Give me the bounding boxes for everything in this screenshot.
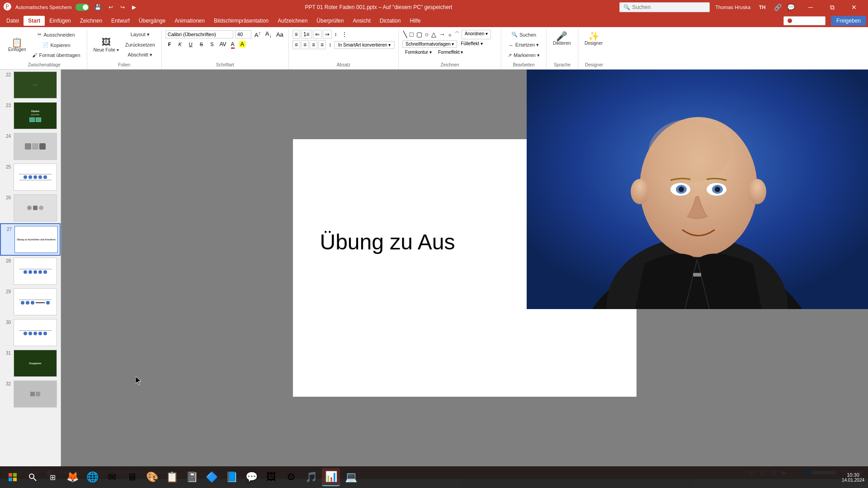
menu-start[interactable]: Start	[24, 16, 45, 26]
taskbar-zoom-button[interactable]: 💻	[342, 468, 360, 486]
char-spacing-button[interactable]: AV	[218, 41, 227, 48]
undo-icon[interactable]: ↩	[107, 3, 115, 11]
text-direction-button[interactable]: ↕	[333, 30, 339, 38]
slide-item-24[interactable]: 24	[0, 131, 61, 162]
menu-dictation[interactable]: Dictation	[375, 16, 406, 26]
text-columns-button[interactable]: ⋮	[340, 30, 349, 38]
shape-oval-icon[interactable]: ○	[424, 30, 429, 39]
indent-button[interactable]: ⇒	[323, 30, 332, 39]
suchen-button[interactable]: 🔍 Suchen	[505, 30, 542, 39]
highlight-button[interactable]: A	[238, 41, 247, 48]
format-painter-button[interactable]: 🖌 Format übertragen	[29, 51, 83, 60]
smartart-button[interactable]: In SmartArt konvertieren ▾	[334, 41, 395, 49]
save-icon[interactable]: 💾	[93, 3, 103, 11]
taskbar-telegram-button[interactable]: 💬	[242, 468, 260, 486]
taskbar-chrome-button[interactable]: 🌐	[83, 468, 101, 486]
slide-item-29[interactable]: 29	[0, 286, 61, 317]
justify-button[interactable]: ≡	[318, 40, 326, 49]
menu-bildschirm[interactable]: Bildschirmpräsentation	[209, 16, 273, 26]
taskbar-teams-button[interactable]: 🔷	[203, 468, 221, 486]
reset-button[interactable]: Zurücksetzen	[123, 40, 158, 49]
slide-item-31[interactable]: 31 Gruppieren	[0, 348, 61, 379]
slide-item-22[interactable]: 22 ▪ ▪ ▪	[0, 70, 61, 100]
taskbar-task-view-button[interactable]: ⊞	[43, 468, 61, 486]
shape-rect-icon[interactable]: □	[409, 30, 414, 39]
new-slide-button[interactable]: 🖼 Neue Folie ▾	[91, 35, 122, 54]
markieren-button[interactable]: ↗ Markieren ▾	[505, 51, 542, 60]
taskbar-firefox-button[interactable]: 🦊	[63, 468, 81, 486]
font-color-button[interactable]: A	[230, 41, 236, 48]
close-button[interactable]: ✕	[844, 0, 864, 14]
shape-arrange-button[interactable]: Anordnen ▾	[462, 30, 491, 39]
increase-font-button[interactable]: A↑	[253, 30, 262, 39]
shape-right-arrow-icon[interactable]: →	[438, 30, 446, 39]
underline-button[interactable]: U	[186, 40, 195, 48]
italic-button[interactable]: K	[176, 40, 184, 48]
menu-aufzeichnen[interactable]: Aufzeichnen	[273, 16, 312, 26]
restore-button[interactable]: ⧉	[822, 0, 843, 14]
taskbar-photos-button[interactable]: 🖼	[262, 468, 280, 486]
line-spacing-button[interactable]: ↕	[327, 41, 333, 49]
numbered-list-button[interactable]: 1≡	[301, 30, 312, 39]
canvas-area[interactable]: Übung zu Aus	[61, 70, 868, 466]
autosave-toggle[interactable]	[75, 4, 89, 11]
slide-item-26[interactable]: 26	[0, 192, 61, 223]
taskbar-clipboard-button[interactable]: 📋	[163, 468, 181, 486]
taskbar-word-button[interactable]: 📘	[222, 468, 241, 486]
font-name-input[interactable]	[165, 30, 233, 38]
shape-more-icon[interactable]: ⬦	[447, 30, 453, 39]
search-box[interactable]: 🔍	[619, 2, 710, 12]
align-right-button[interactable]: ≡	[310, 40, 317, 49]
taskbar-paint-button[interactable]: 🎨	[143, 468, 161, 486]
clear-format-button[interactable]: Aa	[275, 31, 285, 38]
decrease-font-button[interactable]: A↓	[264, 30, 273, 39]
paste-button[interactable]: 📋 Einfügen	[5, 36, 28, 54]
designer-button[interactable]: ✨ Designer	[582, 30, 605, 47]
menu-ueberpruefen[interactable]: Überprüfen	[312, 16, 348, 26]
copy-button[interactable]: 📄 Kopieren	[29, 40, 83, 50]
shape-rounded-rect-icon[interactable]: ▢	[415, 30, 423, 39]
menu-hilfe[interactable]: Hilfe	[405, 16, 425, 26]
shape-triangle-icon[interactable]: △	[430, 30, 437, 39]
slide-item-28[interactable]: 28	[0, 256, 61, 286]
share-icon[interactable]: 🔗	[774, 4, 782, 11]
layout-button[interactable]: Layout ▾	[123, 30, 158, 39]
taskbar-media-button[interactable]: 🎵	[302, 468, 320, 486]
menu-einfuegen[interactable]: Einfügen	[45, 16, 75, 26]
slide-item-25[interactable]: 25	[0, 162, 61, 192]
taskbar-start-button[interactable]	[4, 468, 22, 486]
search-input[interactable]	[632, 4, 700, 10]
slide-item-27[interactable]: 27 Übung zu Ausrichten und Anordnen	[0, 223, 61, 256]
font-size-input[interactable]	[235, 30, 251, 38]
menu-datei[interactable]: Datei	[2, 16, 24, 26]
align-left-button[interactable]: ≡	[292, 40, 300, 49]
slide-item-23[interactable]: 23 Objekte ausrichten	[0, 100, 61, 131]
taskbar-powerpoint-active-button[interactable]: 📊	[322, 468, 340, 486]
outdent-button[interactable]: ⇐	[313, 30, 322, 39]
section-button[interactable]: Abschnitt ▾	[123, 50, 158, 60]
menu-animationen[interactable]: Animationen	[170, 16, 209, 26]
shape-arc-icon[interactable]: ⌒	[453, 30, 461, 39]
slide-panel[interactable]: 22 ▪ ▪ ▪ 23 Objekte ausrichten 24	[0, 70, 61, 466]
fill-color-button[interactable]: Fülleffekt ▾	[458, 40, 485, 48]
cut-button[interactable]: ✂ Ausschneiden	[29, 30, 83, 39]
redo-icon[interactable]: ↪	[118, 3, 127, 11]
menu-entwurf[interactable]: Entwurf	[107, 16, 134, 26]
menu-uebergaenge[interactable]: Übergänge	[134, 16, 170, 26]
present-icon[interactable]: ▶	[130, 3, 138, 11]
minimize-button[interactable]: ─	[800, 0, 821, 14]
shape-effects-button[interactable]: Formeffekt ▾	[435, 49, 466, 56]
menu-ansicht[interactable]: Ansicht	[348, 16, 375, 26]
taskbar-mail-button[interactable]: ✉	[103, 468, 121, 486]
shape-line-icon[interactable]: ╲	[402, 30, 408, 39]
freigeben-button[interactable]: Freigeben	[831, 16, 866, 26]
taskbar-search-button[interactable]	[24, 468, 42, 486]
shadow-button[interactable]: S	[208, 40, 216, 48]
menu-zeichnen[interactable]: Zeichnen	[75, 16, 107, 26]
taskbar-onenote-button[interactable]: 📓	[183, 468, 201, 486]
slide-item-30[interactable]: 30	[0, 317, 61, 348]
bullets-button[interactable]: ≡	[292, 30, 300, 39]
align-center-button[interactable]: ≡	[301, 40, 309, 49]
slide-item-32[interactable]: 32	[0, 379, 61, 409]
aufzeichnen-button[interactable]: Aufzeichnen	[783, 16, 826, 25]
